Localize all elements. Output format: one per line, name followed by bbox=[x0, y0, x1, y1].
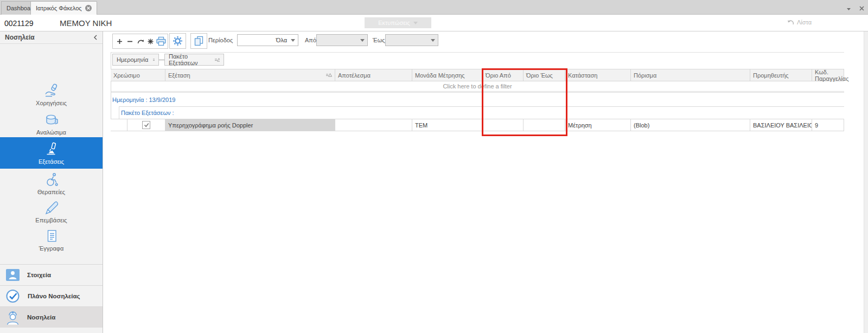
tab-close-icon[interactable] bbox=[85, 5, 92, 11]
tab-bar: Dashboard Ιατρικός Φάκελος bbox=[0, 0, 868, 15]
column-header-kod-paraggelias[interactable]: Κωδ. Παραγγελίας bbox=[812, 69, 844, 81]
group-row-label: Ημερομηνία : 13/9/2019 bbox=[112, 97, 175, 103]
caret-down-icon bbox=[291, 39, 295, 42]
zoom-out-button[interactable] bbox=[125, 35, 135, 47]
cell-porisma[interactable]: (Blob) bbox=[631, 119, 750, 131]
printer-icon bbox=[156, 36, 166, 46]
sidebar-item-analosima[interactable]: Αναλώσιμα bbox=[0, 111, 103, 137]
sidebar-header: Νοσηλεία bbox=[0, 31, 103, 44]
from-label: Από bbox=[305, 37, 316, 43]
sidebar-bottom-stoixeia[interactable]: Στοιχεία bbox=[0, 264, 103, 285]
sidebar-bottom-label: Στοιχεία bbox=[27, 272, 51, 278]
group-by-date-button[interactable]: Ημερομηνία bbox=[112, 54, 159, 66]
cell-orio-eos[interactable] bbox=[524, 119, 565, 131]
column-header-promitheutis[interactable]: Προμηθευτής bbox=[750, 69, 812, 81]
asterisk-icon bbox=[148, 39, 154, 44]
copy-layout-button[interactable] bbox=[190, 33, 207, 49]
column-header-label: Μονάδα Μέτρησης bbox=[415, 72, 465, 79]
group-row-date[interactable]: Ημερομηνία : 13/9/2019 bbox=[111, 93, 844, 106]
patient-name: MEMOY NIKH bbox=[60, 18, 112, 28]
column-header-label: Κωδ. Παραγγελίας bbox=[815, 69, 848, 82]
column-header-monada[interactable]: Μονάδα Μέτρησης bbox=[412, 69, 483, 81]
gear-icon bbox=[173, 36, 183, 46]
sidebar-item-eggrafa[interactable]: Έγγραφα bbox=[0, 227, 103, 253]
list-view-button[interactable]: Λίστα bbox=[787, 19, 812, 25]
column-header-label: Χρεώσιμο bbox=[113, 72, 140, 79]
column-header-orio-eos[interactable]: Όριο Έως bbox=[524, 69, 565, 81]
cell-text: ΤΕΜ bbox=[415, 122, 427, 129]
caret-down-icon bbox=[431, 39, 435, 42]
sort-icon bbox=[152, 57, 155, 62]
sidebar-item-epemvaseis[interactable]: Επεμβάσεις bbox=[0, 198, 103, 225]
group-by-label: Ημερομηνία bbox=[117, 56, 148, 63]
print-button[interactable] bbox=[156, 35, 166, 47]
cell-promitheutis[interactable]: ΒΑΣΙΛΕΙΟΥ ΒΑΣΙΛΕΙΟΣ bbox=[750, 119, 812, 131]
from-dropdown[interactable] bbox=[316, 34, 368, 46]
sidebar-item-label: Εξετάσεις bbox=[39, 158, 64, 165]
sort-icon bbox=[326, 73, 332, 78]
redo-arrow-icon bbox=[137, 38, 144, 44]
period-dropdown[interactable]: Όλα bbox=[237, 34, 298, 46]
column-header-exetasi[interactable]: Εξέταση bbox=[165, 69, 335, 81]
column-header-katastasi[interactable]: Κατάσταση bbox=[565, 69, 631, 81]
subgroup-row-label: Πακέτο Εξετάσεων : bbox=[121, 110, 174, 116]
cell-orio-apo[interactable] bbox=[483, 119, 524, 131]
table-row[interactable]: Υπερηχογράφημα ροής Doppler ΤΕΜ Μέτρηση … bbox=[111, 119, 844, 131]
to-dropdown[interactable] bbox=[385, 34, 438, 46]
column-header-chreosimo[interactable]: Χρεώσιμο bbox=[111, 69, 165, 81]
zoom-in-button[interactable] bbox=[114, 35, 125, 47]
refresh-button[interactable] bbox=[135, 35, 145, 47]
divider bbox=[0, 31, 868, 31]
column-header-orio-apo[interactable]: Όριο Από bbox=[483, 69, 524, 81]
collapse-chevron-icon[interactable] bbox=[93, 35, 98, 40]
sidebar-bottom-label: Πλάνο Νοσηλείας bbox=[28, 293, 80, 299]
cell-kod-paraggelias[interactable]: 9 bbox=[812, 119, 844, 131]
period-label: Περίοδος bbox=[208, 37, 233, 43]
column-header-label: Εξέταση bbox=[168, 72, 190, 79]
group-row-package[interactable]: Πακέτο Εξετάσεων : bbox=[111, 106, 844, 119]
row-indent-cell bbox=[111, 119, 119, 131]
sidebar-bottom-plano-nosileias[interactable]: Πλάνο Νοσηλείας bbox=[0, 285, 103, 306]
settings-button[interactable] bbox=[169, 33, 186, 49]
cell-text: ΒΑΣΙΛΕΙΟΥ ΒΑΣΙΛΕΙΟΣ bbox=[753, 122, 812, 129]
group-by-package-button[interactable]: Πακέτο Εξετάσεων bbox=[164, 54, 224, 66]
grid-header-row: Χρεώσιμο Εξέταση Αποτέλεσμα Μονάδα Μέτρη… bbox=[111, 69, 844, 81]
chevron-down-icon[interactable] bbox=[846, 3, 851, 13]
consumable-spool-icon bbox=[44, 112, 59, 127]
cell-apotelesma[interactable] bbox=[335, 119, 412, 131]
cell-monada[interactable]: ΤΕΜ bbox=[412, 119, 483, 131]
sidebar-item-exetaseis[interactable]: Εξετάσεις bbox=[0, 137, 103, 169]
sidebar-title: Νοσηλεία bbox=[5, 34, 35, 41]
microscope-icon bbox=[44, 142, 59, 157]
cell-text: Υπερηχογράφημα ροής Doppler bbox=[168, 122, 253, 129]
checkbox-checked[interactable] bbox=[142, 121, 150, 129]
window-close-icon[interactable] bbox=[859, 3, 864, 13]
undo-arrow-icon bbox=[787, 20, 794, 25]
group-by-label: Πακέτο Εξετάσεων bbox=[169, 53, 210, 66]
record-button[interactable] bbox=[145, 35, 156, 47]
column-header-porisma[interactable]: Πόρισμα bbox=[631, 69, 750, 81]
wheelchair-icon bbox=[44, 172, 59, 187]
to-label: Έως bbox=[373, 37, 385, 43]
group-by-panel: Ημερομηνία Πακέτο Εξετάσεων bbox=[111, 53, 844, 67]
sidebar-bottom-nosileia[interactable]: Νοσηλεία bbox=[0, 306, 103, 328]
sidebar-item-label: Θεραπείες bbox=[37, 189, 65, 195]
caret-down-icon bbox=[360, 39, 365, 42]
tab-medical-record[interactable]: Ιατρικός Φάκελος bbox=[30, 1, 97, 15]
sidebar-bottom-label: Νοσηλεία bbox=[27, 314, 55, 321]
grid-toolbar-group bbox=[112, 34, 168, 49]
column-header-apotelesma[interactable]: Αποτέλεσμα bbox=[335, 69, 412, 81]
sort-icon bbox=[214, 57, 220, 62]
copy-pages-icon bbox=[194, 36, 203, 46]
cell-text: 9 bbox=[815, 122, 818, 129]
cell-katastasi[interactable]: Μέτρηση bbox=[565, 119, 631, 131]
cell-chreosimo[interactable] bbox=[127, 119, 165, 131]
sidebar-item-therapeies[interactable]: Θεραπείες bbox=[0, 170, 103, 196]
cell-exetasi[interactable]: Υπερηχογράφημα ροής Doppler bbox=[165, 119, 335, 131]
column-header-label: Κατάσταση bbox=[568, 72, 597, 79]
sidebar-item-xorigiseis[interactable]: Χορηγήσεις bbox=[0, 81, 103, 107]
printouts-button[interactable]: Εκτυπώσεις bbox=[365, 17, 431, 28]
scrollbar-track[interactable] bbox=[864, 31, 868, 333]
document-icon bbox=[44, 228, 59, 244]
filter-row[interactable]: Click here to define a filter bbox=[111, 81, 844, 92]
